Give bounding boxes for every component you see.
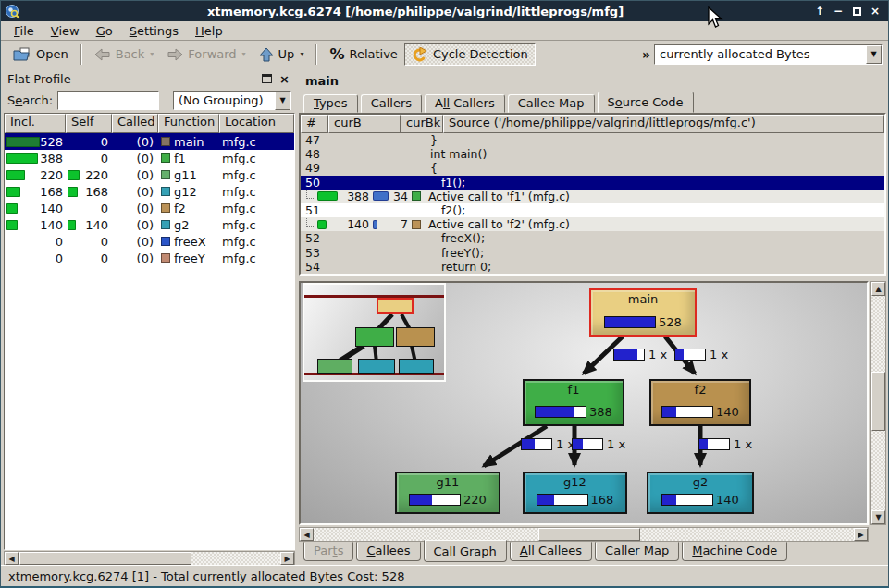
column-header-function[interactable]: Function — [158, 114, 219, 133]
graph-node-main[interactable]: main 528 — [589, 288, 697, 337]
tab-all-callees[interactable]: All Callees — [510, 542, 592, 561]
table-row-f2[interactable]: 140 0 (0) f2 mfg.c — [5, 200, 294, 216]
graph-horizontal-scrollbar[interactable]: ◀ ▶ — [299, 527, 869, 542]
edge-label-f2-g2: 1 x — [698, 437, 752, 451]
scroll-left-icon[interactable]: ◀ — [300, 528, 314, 541]
grouping-combobox[interactable]: (No Grouping) ▼ — [173, 91, 291, 110]
event-type-combobox[interactable]: currently allocated Bytes ▼ — [654, 44, 883, 65]
search-input[interactable] — [57, 91, 159, 110]
source-line[interactable]: 48int main() — [301, 147, 884, 161]
table-row-f1[interactable]: 388 0 (0) f1 mfg.c — [5, 150, 294, 166]
minimize-button[interactable]: − — [829, 3, 847, 19]
table-row-main[interactable]: 528 0 (0) main mfg.c — [5, 133, 294, 150]
tab-callees[interactable]: Callees — [356, 542, 420, 561]
column-header-line[interactable]: # — [301, 115, 328, 133]
combobox-arrow-icon[interactable]: ▼ — [275, 92, 290, 110]
status-text: xtmemory.kcg.6274 [1] - Total currently … — [8, 570, 404, 583]
minimap-node-g11 — [317, 359, 352, 374]
source-call-row-f1[interactable]: 388 34 Active call to 'f1' (mfg.c) — [301, 190, 884, 203]
column-header-source[interactable]: Source ('/home/philippe/valgrind/littlep… — [443, 115, 884, 133]
scroll-right-icon[interactable]: ▶ — [280, 552, 294, 565]
up-dropdown-icon[interactable]: ▾ — [300, 50, 303, 58]
tab-caller-map[interactable]: Caller Map — [595, 542, 679, 561]
source-line[interactable]: 49{ — [301, 161, 884, 175]
source-line[interactable]: 52 freeX(); — [301, 231, 884, 245]
tab-source-code[interactable]: Source Code — [598, 92, 694, 113]
forward-button[interactable]: Forward▾ — [160, 43, 252, 66]
scrollbar-thumb[interactable] — [871, 372, 885, 431]
tab-machine-code[interactable]: Machine Code — [682, 542, 787, 561]
edge-label-main-f1: 1 x — [613, 348, 667, 361]
dock-float-icon[interactable] — [262, 74, 272, 83]
function-icon — [161, 253, 170, 263]
scroll-left-icon[interactable]: ◀ — [5, 552, 19, 565]
column-header-curB[interactable]: curB — [328, 115, 401, 133]
search-row: Search: (No Grouping) ▼ — [4, 88, 295, 113]
table-row-g11[interactable]: 220 220 (0) g11 mfg.c — [5, 166, 294, 183]
source-line[interactable]: 51 f2(); — [301, 203, 884, 217]
table-row-freeY[interactable]: 0 0 (0) freeY mfg.c — [5, 250, 294, 266]
back-button[interactable]: Back▾ — [88, 43, 161, 66]
graph-node-f2[interactable]: f2 140 — [649, 379, 751, 426]
table-row-g2[interactable]: 140 140 (0) g2 mfg.c — [5, 216, 294, 233]
combobox-arrow-icon[interactable]: ▼ — [866, 45, 882, 64]
tab-all-callers[interactable]: All Callers — [425, 94, 505, 113]
graph-node-g11[interactable]: g11 220 — [395, 472, 500, 514]
source-call-row-f2[interactable]: 140 7 Active call to 'f2' (mfg.c) — [301, 217, 884, 231]
function-icon — [161, 153, 170, 163]
scroll-down-icon[interactable]: ▼ — [871, 510, 885, 524]
flat-profile-dock: Flat Profile × Search: (No Grouping) ▼ I… — [4, 69, 295, 566]
column-header-location[interactable]: Location — [219, 114, 294, 133]
call-graph-canvas[interactable]: main 528 f1 388 f2 140 g11 220 g12 168 g… — [299, 281, 869, 525]
shade-button[interactable]: ↑ — [810, 3, 829, 19]
edge-label-f1-g11: 1 x — [521, 437, 574, 451]
function-icon — [161, 237, 170, 246]
forward-dropdown-icon[interactable]: ▾ — [242, 50, 246, 58]
maximize-button[interactable] — [847, 3, 866, 19]
up-button[interactable]: Up▾ — [253, 43, 311, 66]
close-button[interactable]: × — [866, 3, 884, 19]
app-icon — [5, 4, 20, 19]
table-row-g12[interactable]: 168 168 (0) g12 mfg.c — [5, 183, 294, 200]
column-header-called[interactable]: Called — [112, 114, 158, 133]
column-header-incl[interactable]: Incl. — [5, 114, 66, 133]
column-header-self[interactable]: Self — [66, 114, 112, 133]
tab-types[interactable]: Types — [303, 94, 358, 113]
column-header-curBk[interactable]: curBk — [401, 115, 443, 133]
table-row-freeX[interactable]: 0 0 (0) freeX mfg.c — [5, 233, 294, 250]
source-line-selected[interactable]: 50 f1(); — [301, 176, 884, 190]
tab-parts[interactable]: Parts — [303, 542, 353, 561]
scrollbar-thumb[interactable] — [19, 552, 191, 565]
graph-node-f1[interactable]: f1 388 — [523, 379, 624, 426]
menu-file[interactable]: File — [6, 23, 42, 39]
menu-view[interactable]: View — [43, 23, 87, 39]
function-icon — [161, 220, 170, 229]
tab-callers[interactable]: Callers — [361, 94, 422, 113]
tab-call-graph[interactable]: Call Graph — [424, 540, 507, 562]
function-icon — [161, 137, 170, 146]
menu-settings[interactable]: Settings — [122, 23, 186, 39]
graph-node-g12[interactable]: g12 168 — [523, 472, 627, 514]
dock-close-icon[interactable]: × — [279, 72, 290, 86]
menu-help[interactable]: Help — [188, 23, 230, 39]
scrollbar-corner — [870, 527, 886, 542]
relative-button[interactable]: % Relative — [323, 43, 403, 66]
graph-node-g2[interactable]: g2 140 — [647, 472, 754, 514]
cycle-detection-button[interactable]: Cycle Detection — [404, 43, 536, 66]
function-icon — [412, 191, 421, 201]
menu-go[interactable]: Go — [89, 23, 120, 39]
back-dropdown-icon[interactable]: ▾ — [150, 50, 154, 58]
scroll-right-icon[interactable]: ▶ — [854, 528, 868, 541]
tab-callee-map[interactable]: Callee Map — [508, 94, 595, 113]
scroll-up-icon[interactable]: ▲ — [871, 282, 885, 296]
open-button[interactable]: Open — [6, 43, 75, 66]
source-line[interactable]: 47} — [301, 133, 884, 147]
graph-vertical-scrollbar[interactable]: ▲ ▼ — [870, 281, 886, 525]
source-line[interactable]: 54 return 0; — [301, 260, 884, 274]
graph-overview-minimap[interactable] — [303, 283, 446, 382]
toolbar-overflow-chevron[interactable]: » — [638, 47, 654, 62]
source-line[interactable]: 53 freeY(); — [301, 246, 884, 260]
self-bar — [68, 187, 78, 197]
dock-horizontal-scrollbar[interactable]: ◀ ▶ — [4, 551, 295, 566]
scrollbar-thumb[interactable] — [538, 528, 640, 541]
